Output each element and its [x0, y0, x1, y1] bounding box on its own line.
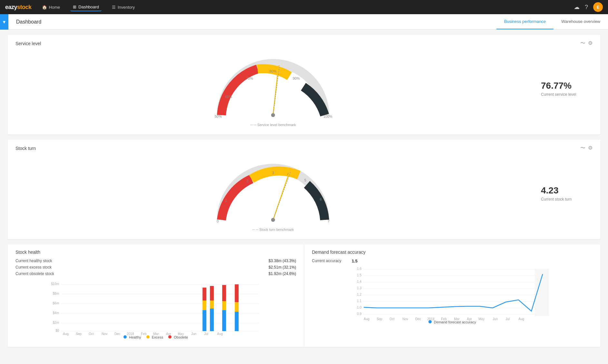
demand-accuracy-row: Current accuracy 1.5 [312, 259, 593, 263]
svg-text:Jul: Jul [204, 332, 208, 336]
svg-text:100%: 100% [323, 114, 332, 118]
svg-rect-40 [222, 310, 226, 331]
page-title: Dashboard [8, 19, 49, 25]
svg-text:Aug: Aug [63, 332, 69, 336]
svg-text:$4m: $4m [53, 311, 59, 315]
svg-text:1: 1 [225, 198, 227, 202]
nav-dashboard-label: Dashboard [78, 5, 99, 9]
stock-turn-svg-container: 0 1 2 3 4 5 6 7 [209, 155, 338, 226]
filter-button[interactable]: ▼ [0, 14, 8, 30]
svg-rect-35 [210, 286, 214, 300]
nav-home[interactable]: 🏠 Home [39, 4, 63, 11]
service-level-gauge-wrapper: 50% 60% 70% 80% 90% 100% [15, 51, 593, 127]
service-level-label: Current service level [541, 92, 593, 97]
svg-text:May: May [478, 317, 485, 321]
nav-inventory[interactable]: ☰ Inventory [109, 4, 137, 11]
svg-text:Aug: Aug [518, 317, 524, 321]
stock-turn-actions: 〜 ⚙ [580, 145, 593, 152]
stock-turn-value-box: 4.23 Current stock turn [541, 185, 593, 202]
svg-text:1.3: 1.3 [357, 286, 361, 290]
service-level-svg: 50% 60% 70% 80% 90% 100% [209, 51, 338, 122]
service-level-value-box: 76.77% Current service level [541, 81, 593, 97]
user-avatar[interactable]: E [593, 2, 603, 12]
service-level-value: 76.77% [541, 81, 593, 91]
stock-stat-excess: Current excess stock $2.51m (32.1%) [15, 265, 296, 270]
logo[interactable]: eazystock [5, 4, 32, 11]
nav-home-label: Home [49, 5, 60, 10]
filter-icon: ▼ [2, 19, 6, 25]
excess-label: Current excess stock [15, 265, 52, 270]
accuracy-value: 1.5 [352, 259, 358, 263]
stock-health-header: Stock health [15, 250, 296, 255]
service-level-panel: Service level 〜 ⚙ [8, 35, 600, 134]
nav-dashboard[interactable]: ⊞ Dashboard [70, 3, 102, 11]
svg-text:50%: 50% [215, 114, 222, 118]
svg-rect-39 [222, 301, 226, 310]
svg-text:May: May [178, 332, 184, 336]
accuracy-label: Current accuracy [312, 259, 341, 263]
svg-rect-37 [210, 309, 214, 331]
stock-turn-panel: Stock turn 〜 ⚙ [8, 140, 600, 239]
svg-text:0.9: 0.9 [357, 312, 361, 316]
help-icon[interactable]: ? [585, 4, 588, 11]
gauge-svg-container: 50% 60% 70% 80% 90% 100% [209, 51, 338, 122]
svg-text:Mar: Mar [153, 332, 159, 336]
svg-text:2018: 2018 [427, 317, 435, 321]
trend-icon-2[interactable]: 〜 [580, 145, 585, 152]
service-level-title: Service level [15, 41, 580, 46]
svg-text:1.2: 1.2 [357, 293, 361, 296]
service-level-actions: 〜 ⚙ [580, 40, 593, 47]
stock-stats: Current healthy stock $3.38m (43.3%) Cur… [15, 259, 296, 276]
demand-forecast-header: Demand forecast accuracy [312, 250, 593, 255]
svg-rect-43 [235, 312, 239, 331]
stock-stat-obsolete: Current obsolete stock $1.92m (24.6%) [15, 271, 296, 276]
svg-text:5: 5 [304, 178, 306, 182]
settings-icon-2[interactable]: ⚙ [588, 145, 593, 152]
svg-text:Jun: Jun [191, 332, 196, 336]
main-content: Service level 〜 ⚙ [0, 35, 608, 364]
svg-text:Feb: Feb [141, 332, 147, 336]
svg-text:1.6: 1.6 [357, 267, 361, 271]
service-level-header: Service level 〜 ⚙ [15, 40, 593, 47]
svg-text:2: 2 [246, 179, 248, 183]
topnav-right-actions: ☁ ? E [574, 2, 603, 12]
stock-turn-header: Stock turn 〜 ⚙ [15, 145, 593, 152]
trend-icon[interactable]: 〜 [580, 40, 585, 47]
demand-forecast-chart: 1.6 1.5 1.4 1.3 1.2 1.1 1.0 0.9 [312, 266, 593, 318]
svg-text:7: 7 [328, 219, 329, 223]
stock-health-title: Stock health [15, 250, 296, 255]
svg-text:6: 6 [320, 197, 322, 201]
stock-turn-value: 4.23 [541, 185, 593, 196]
svg-rect-32 [202, 288, 206, 300]
tab-warehouse-overview[interactable]: Warehouse overview [554, 14, 608, 29]
svg-line-19 [273, 172, 290, 220]
inventory-icon: ☰ [112, 5, 116, 10]
tab-group: Business performance Warehouse overview [496, 14, 608, 29]
svg-text:$2m: $2m [53, 321, 59, 324]
home-icon: 🏠 [42, 5, 47, 10]
svg-rect-33 [202, 300, 206, 310]
stock-health-svg: $10m $8m $6m $4m $2m $0 [15, 281, 296, 336]
svg-text:1.0: 1.0 [357, 306, 361, 309]
svg-text:2018: 2018 [127, 332, 134, 336]
stock-turn-title: Stock turn [15, 146, 580, 151]
stock-turn-legend: Stock turn benchmark [252, 228, 294, 231]
svg-rect-41 [235, 284, 239, 302]
stock-stat-healthy: Current healthy stock $3.38m (43.3%) [15, 259, 296, 263]
svg-text:Dec: Dec [415, 317, 421, 321]
svg-text:80%: 80% [270, 69, 277, 73]
svg-text:70%: 70% [246, 76, 253, 80]
svg-text:$6m: $6m [53, 301, 59, 305]
stock-health-chart: $10m $8m $6m $4m $2m $0 [15, 281, 296, 333]
service-level-legend: Service level benchmark [250, 123, 296, 127]
stock-turn-svg: 0 1 2 3 4 5 6 7 [209, 155, 338, 226]
svg-text:60%: 60% [225, 95, 232, 99]
settings-icon[interactable]: ⚙ [588, 40, 593, 47]
cloud-icon[interactable]: ☁ [574, 4, 580, 11]
healthy-value: $3.38m (43.3%) [269, 259, 296, 263]
obsolete-value: $1.92m (24.6%) [269, 271, 296, 276]
svg-text:3: 3 [272, 171, 274, 175]
tab-business-performance[interactable]: Business performance [496, 14, 554, 29]
svg-text:90%: 90% [293, 76, 300, 80]
svg-text:Feb: Feb [441, 317, 447, 321]
